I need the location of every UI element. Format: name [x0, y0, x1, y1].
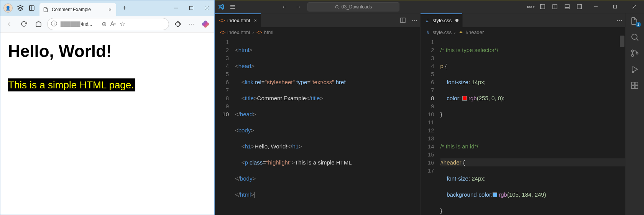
edge-browser-window: 👤 Comment Example × + ⓘ ██████/ind... [0, 0, 215, 215]
maximize-button[interactable] [184, 0, 199, 16]
svg-rect-35 [635, 82, 638, 85]
page-info-icon[interactable]: ⓘ [51, 21, 58, 28]
css-file-icon: # [425, 29, 431, 35]
id-symbol-icon: ✦ [458, 29, 464, 35]
svg-point-31 [636, 52, 638, 54]
svg-rect-34 [632, 82, 634, 85]
read-aloud-icon[interactable]: A» [110, 21, 117, 28]
nav-back-icon[interactable]: ← [280, 2, 290, 12]
extensions-icon[interactable] [172, 18, 184, 30]
more-actions-icon[interactable]: ⋯ [614, 15, 625, 26]
svg-rect-19 [577, 5, 581, 9]
workspaces-icon[interactable] [16, 4, 24, 12]
svg-line-28 [637, 39, 638, 41]
vs-maximize-button[interactable] [607, 0, 623, 13]
minimize-button[interactable] [168, 0, 184, 16]
copilot-icon[interactable] [200, 18, 211, 30]
svg-rect-37 [635, 86, 638, 88]
text-cursor [255, 192, 255, 198]
vs-close-button[interactable] [626, 0, 642, 13]
tab-label: style.css [433, 18, 452, 23]
vertical-tabs-icon[interactable] [28, 4, 36, 12]
split-editor-icon[interactable] [397, 15, 409, 26]
svg-rect-13 [540, 5, 544, 9]
profile-avatar[interactable]: 👤 [3, 3, 13, 13]
editor-tabs-right: # style.css ⋯ [421, 13, 626, 27]
home-button[interactable] [33, 18, 44, 30]
browser-tab-active[interactable]: Comment Example × [39, 3, 116, 16]
source-control-icon[interactable] [629, 48, 640, 59]
svg-rect-3 [190, 7, 193, 10]
more-actions-icon[interactable]: ⋯ [409, 15, 420, 26]
extensions-icon[interactable] [629, 80, 640, 91]
explorer-icon[interactable]: 1 [629, 16, 640, 26]
gutter-right: 1 2 3 4 5 6 7 8 9 10 11 12 13 [421, 37, 438, 215]
html-file-icon: <> [219, 17, 225, 23]
new-tab-button[interactable]: + [119, 3, 130, 13]
svg-rect-14 [540, 5, 542, 9]
svg-point-30 [632, 55, 634, 57]
svg-point-27 [632, 34, 637, 39]
zoom-icon[interactable]: ⊕ [100, 21, 107, 28]
gutter-left: 1 2 3 4 5 6 7 8 9 10 [215, 37, 233, 215]
editor-tabs-left: <> index.html × ⋯ [215, 13, 420, 27]
more-icon[interactable]: ⋯ [186, 18, 197, 30]
run-debug-icon[interactable] [629, 64, 640, 75]
tab-close-icon[interactable]: × [107, 7, 113, 13]
vscode-logo-icon [217, 3, 225, 11]
svg-point-9 [335, 5, 338, 8]
tab-style-css[interactable]: # style.css [421, 13, 463, 27]
code-lines-right[interactable]: /* this is type selector*/ p { font-size… [438, 37, 626, 215]
html-file-icon: <> [220, 29, 226, 35]
nav-forward-icon[interactable]: → [294, 2, 304, 12]
layout-bottom-icon[interactable] [562, 2, 572, 12]
breadcrumb-right[interactable]: #style.css › ✦#header [421, 27, 626, 37]
tab-label: index.html [227, 18, 250, 23]
tab-close-icon[interactable]: × [254, 18, 257, 23]
vscode-titlebar: ← → 03_Downloads ▾ [215, 0, 644, 13]
dirty-indicator-icon [455, 19, 458, 22]
color-swatch-blue[interactable] [493, 192, 497, 197]
tab-title: Comment Example [52, 7, 104, 12]
svg-rect-22 [613, 5, 616, 8]
minimap-scroll-thumb[interactable] [620, 36, 624, 47]
activity-bar: 1 [626, 13, 644, 215]
back-button[interactable] [3, 18, 15, 30]
layout-right-icon[interactable] [574, 2, 584, 12]
tab-index-html[interactable]: <> index.html × [215, 13, 261, 27]
page-paragraph: This is a simple HTML page. [8, 78, 135, 91]
svg-rect-17 [565, 5, 569, 9]
refresh-button[interactable] [18, 18, 30, 30]
vscode-window: ← → 03_Downloads ▾ [215, 0, 644, 215]
editor-left: <> index.html × ⋯ <>index.html › <>html [215, 13, 421, 215]
page-viewport: Hello, World! This is a simple HTML page… [0, 33, 214, 215]
explorer-badge: 1 [636, 22, 641, 27]
vs-minimize-button[interactable] [588, 0, 603, 13]
close-window-button[interactable] [199, 0, 214, 16]
hamburger-menu-icon[interactable] [229, 3, 237, 11]
code-area-left[interactable]: 1 2 3 4 5 6 7 8 9 10 <html> <head> <link… [215, 37, 420, 215]
address-bar[interactable]: ⓘ ██████/ind... ⊕ A» ☆ [47, 18, 169, 30]
layout-panel-icon[interactable] [550, 2, 560, 12]
svg-rect-0 [30, 6, 34, 10]
svg-point-11 [527, 6, 529, 8]
file-icon [43, 7, 49, 13]
command-center[interactable]: 03_Downloads [307, 2, 399, 11]
address-text: ██████/ind... [60, 21, 98, 27]
svg-point-29 [632, 50, 634, 52]
favorite-icon[interactable]: ☆ [119, 21, 126, 28]
svg-rect-1 [30, 6, 31, 10]
breadcrumb-left[interactable]: <>index.html › <>html [215, 27, 420, 37]
html-symbol-icon: <> [256, 29, 263, 35]
editor-group: <> index.html × ⋯ <>index.html › <>html [215, 13, 626, 215]
copilot-chat-icon[interactable]: ▾ [525, 2, 535, 12]
color-swatch-red[interactable] [462, 96, 467, 101]
svg-point-12 [529, 6, 531, 8]
code-area-right[interactable]: 1 2 3 4 5 6 7 8 9 10 11 12 13 [421, 37, 626, 215]
search-icon[interactable] [629, 32, 640, 42]
layout-icon[interactable] [537, 2, 547, 12]
code-lines-left[interactable]: <html> <head> <link rel="stylesheet" typ… [233, 37, 420, 215]
edge-toolbar: ⓘ ██████/ind... ⊕ A» ☆ ⋯ [0, 16, 214, 33]
page-heading: Hello, World! [8, 42, 207, 61]
edge-tab-strip: 👤 Comment Example × + [0, 0, 214, 16]
